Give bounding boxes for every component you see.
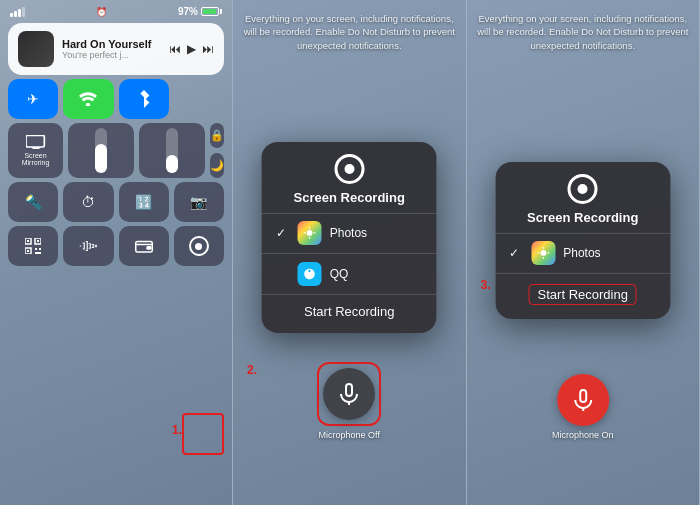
svg-point-0 <box>86 103 91 106</box>
mic-label-2: Microphone Off <box>319 430 380 440</box>
microphone-icon-3 <box>571 388 595 412</box>
record-circle-modal-3 <box>568 173 598 203</box>
wifi-icon <box>79 92 97 106</box>
info-text-panel2: Everything on your screen, including not… <box>243 12 456 52</box>
play-button[interactable]: ▶ <box>187 42 196 56</box>
next-button[interactable]: ⏭ <box>202 42 214 56</box>
music-subtitle: You're perfect j... <box>62 50 161 60</box>
photos-app-icon-3 <box>531 241 555 265</box>
svg-rect-10 <box>35 252 41 254</box>
info-text-panel3: Everything on your screen, including not… <box>477 12 690 52</box>
iphone-screen: ⏰ 97% Hard On Yourself You're perfect j.… <box>0 0 232 505</box>
svg-point-14 <box>540 250 546 256</box>
status-bar: ⏰ 97% <box>0 0 232 19</box>
wallet-icon <box>135 239 153 253</box>
photos-checkmark-3: ✓ <box>509 246 523 260</box>
svg-rect-12 <box>147 247 151 249</box>
bluetooth-icon <box>138 90 150 108</box>
start-recording-button-3[interactable]: Start Recording <box>529 283 637 304</box>
step1-label: 1. <box>172 423 182 437</box>
photos-label-2: Photos <box>330 226 367 240</box>
modal-divider-3b <box>495 273 670 274</box>
timer-button[interactable]: ⏱ <box>63 182 113 222</box>
brightness-slider[interactable] <box>68 123 134 178</box>
modal-title-2: Screen Recording <box>262 189 437 204</box>
mic-label-3: Microphone On <box>552 430 614 440</box>
mic-container-3: Microphone On <box>552 374 614 440</box>
airplane-mode-button[interactable]: ✈ <box>8 79 58 119</box>
svg-point-13 <box>307 230 313 236</box>
do-not-disturb-button[interactable]: 🌙 <box>210 153 224 178</box>
svg-rect-3 <box>27 240 29 242</box>
panel-screen-recording-3: Everything on your screen, including not… <box>467 0 701 505</box>
flashlight-icon: 🔦 <box>25 194 42 210</box>
qq-app-icon <box>298 261 322 285</box>
microphone-button-3[interactable] <box>557 374 609 426</box>
start-recording-label-2: Start Recording <box>304 304 394 319</box>
status-bar-right: 97% <box>178 6 222 17</box>
volume-slider[interactable] <box>139 123 205 178</box>
svg-rect-7 <box>27 250 29 252</box>
music-widget: Hard On Yourself You're perfect j... ⏮ ▶… <box>8 23 224 75</box>
panel-screen-recording-2: Everything on your screen, including not… <box>233 0 467 505</box>
battery-icon <box>201 7 222 16</box>
wifi-button[interactable] <box>63 79 113 119</box>
modal-record-icon <box>262 153 437 183</box>
status-bar-center: ⏰ <box>96 7 107 17</box>
slider-row: ScreenMirroring 🔒 🌙 <box>8 123 224 178</box>
record-dot-icon <box>195 243 202 250</box>
music-controls[interactable]: ⏮ ▶ ⏭ <box>169 42 214 56</box>
camera-button[interactable]: 📷 <box>174 182 224 222</box>
qr-icon <box>25 238 41 254</box>
microphone-icon-2 <box>337 382 361 406</box>
qq-option[interactable]: QQ <box>262 253 437 293</box>
photos-checkmark: ✓ <box>276 226 290 240</box>
screen-mirror-label: ScreenMirroring <box>22 152 50 166</box>
modal-record-icon-3 <box>495 173 670 203</box>
calculator-button[interactable]: 🔢 <box>119 182 169 222</box>
step2-label: 2. <box>247 363 257 377</box>
photos-option-3[interactable]: ✓ Photos <box>495 233 670 273</box>
soundwave-icon <box>79 239 97 253</box>
prev-button[interactable]: ⏮ <box>169 42 181 56</box>
screen-record-highlight <box>182 413 224 455</box>
qq-label: QQ <box>330 266 349 280</box>
svg-rect-8 <box>35 248 37 250</box>
signal-bars-icon <box>10 7 25 17</box>
qr-scan-button[interactable] <box>8 226 58 266</box>
bottom-control-row: 🔦 ⏱ 🔢 📷 <box>8 182 224 222</box>
photos-option-2[interactable]: ✓ Photos <box>262 213 437 253</box>
record-circle-modal <box>334 153 364 183</box>
record-circle-icon <box>189 236 209 256</box>
start-recording-button-2[interactable]: Start Recording <box>262 296 437 327</box>
mic-container-2: Microphone Off <box>317 362 381 440</box>
start-recording-container-3[interactable]: Start Recording <box>495 275 670 312</box>
mic-red-outline <box>317 362 381 426</box>
svg-rect-5 <box>37 240 39 242</box>
flashlight-button[interactable]: 🔦 <box>8 182 58 222</box>
record-dot-modal <box>344 163 354 173</box>
microphone-button-2[interactable] <box>323 368 375 420</box>
bottom-control-row-2 <box>8 226 224 266</box>
step3-label: 3. <box>481 278 491 292</box>
lock-icon: 🔒 <box>210 129 224 142</box>
timer-icon: ⏱ <box>81 194 95 210</box>
alarm-icon: ⏰ <box>96 7 107 17</box>
screen-record-button[interactable] <box>174 226 224 266</box>
screen-recording-modal-3: Screen Recording ✓ Photos Start Recordin… <box>495 161 670 318</box>
record-dot-modal-3 <box>578 183 588 193</box>
music-info: Hard On Yourself You're perfect j... <box>62 38 161 60</box>
rotation-lock-button[interactable]: 🔒 <box>210 123 224 148</box>
camera-icon: 📷 <box>190 194 207 210</box>
status-bar-left <box>10 7 25 17</box>
control-grid-top: ✈ <box>8 79 224 119</box>
modal-title-3: Screen Recording <box>495 209 670 224</box>
right-toggles: 🔒 🌙 <box>210 123 224 178</box>
calculator-icon: 🔢 <box>135 194 152 210</box>
screen-mirror-button[interactable]: ScreenMirroring <box>8 123 63 178</box>
wallet-button[interactable] <box>119 226 169 266</box>
music-title: Hard On Yourself <box>62 38 161 50</box>
moon-icon: 🌙 <box>210 159 224 172</box>
soundwave-button[interactable] <box>63 226 113 266</box>
bluetooth-button[interactable] <box>119 79 169 119</box>
